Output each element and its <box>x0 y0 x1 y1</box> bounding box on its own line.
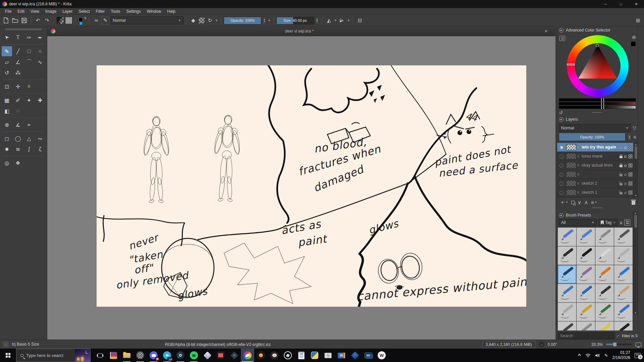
menu-edit[interactable]: Edit <box>14 8 28 14</box>
taskbar-app-telegram[interactable]: .28 <box>160 349 174 362</box>
brush-preset[interactable] <box>558 321 576 330</box>
taskbar-app-wacom[interactable]: W <box>375 349 388 362</box>
brush-preset[interactable] <box>614 265 633 284</box>
menu-image[interactable]: Image <box>42 8 59 14</box>
layer-row[interactable]: ◯ α <box>557 170 638 179</box>
bezier-curve-tool[interactable]: ⌒ <box>24 57 34 67</box>
canvas[interactable]: no blood, fractures when damaged 44 pain… <box>97 65 526 307</box>
taskbar-app-file-explorer[interactable] <box>120 349 133 362</box>
brush-preset-chooser-icon[interactable]: ≃ <box>92 16 100 24</box>
brush-preset[interactable] <box>577 303 595 321</box>
brush-preset[interactable] <box>558 228 576 246</box>
visibility-eye-icon[interactable]: ◯ <box>558 172 565 177</box>
alpha-lock-icon[interactable]: α <box>624 190 627 195</box>
brush-preset[interactable] <box>595 228 614 246</box>
reference-images-tool[interactable]: ➣ <box>24 120 34 130</box>
layer-row[interactable]: ◯ sketch 2 α <box>557 179 638 188</box>
taskbar-search-box[interactable]: ☾ <box>16 349 91 362</box>
taskbar-app-fl-studio[interactable] <box>254 349 268 362</box>
layer-name[interactable]: okay actual lines <box>582 163 618 168</box>
taskbar-app-krita-active[interactable] <box>241 349 254 362</box>
gradient-tool[interactable]: ▦ <box>2 95 12 105</box>
freehand-brush-tool[interactable]: ✎ <box>2 46 12 56</box>
inherit-alpha-icon[interactable] <box>628 172 633 177</box>
wraparound-mode-icon[interactable]: ⊟ <box>356 16 364 24</box>
selection-mode-icon[interactable]: ◌ <box>3 341 9 347</box>
magnetic-select-tool[interactable]: ζ <box>35 144 45 154</box>
last-color-swatch[interactable] <box>631 41 636 47</box>
brush-preset[interactable] <box>577 321 595 330</box>
taskbar-app-docs[interactable] <box>335 349 348 362</box>
brush-preset[interactable] <box>577 246 595 265</box>
taskbar-app-blender[interactable] <box>268 349 281 362</box>
calligraphy-tool[interactable]: ✒ <box>35 33 45 43</box>
saturation-value-triangle[interactable] <box>576 43 620 87</box>
background-color[interactable] <box>79 22 83 25</box>
new-document-icon[interactable] <box>2 16 10 24</box>
pen-settings-icon[interactable]: ✎ <box>604 353 608 358</box>
brush-preset[interactable] <box>595 321 614 330</box>
smart-patch-tool[interactable]: ✚ <box>35 95 45 105</box>
visibility-eye-icon[interactable]: ◯ <box>558 163 565 168</box>
brush-preset[interactable] <box>595 284 614 302</box>
zoom-tool[interactable]: ◎ <box>2 158 12 168</box>
tag-button[interactable]: Tag ▼ <box>598 219 618 226</box>
menu-layer[interactable]: Layer <box>59 8 75 14</box>
taskbar-app-notepad[interactable] <box>294 349 308 362</box>
bezier-select-tool[interactable]: ʃ <box>24 144 34 154</box>
brush-preset-selected[interactable] <box>558 265 576 284</box>
brush-preset[interactable] <box>558 284 576 302</box>
brush-preset[interactable] <box>577 265 595 284</box>
brush-preset[interactable] <box>614 303 633 321</box>
hamburger-menu-icon[interactable]: ≡ <box>633 134 636 140</box>
polygon-tool[interactable]: ▱ <box>2 57 12 67</box>
layer-row[interactable]: ◯ okay actual lines α <box>557 161 638 170</box>
taskbar-app-monitor[interactable]: ∿ <box>321 349 335 362</box>
pan-tool[interactable]: ❖ <box>13 158 23 168</box>
alpha-lock-icon[interactable]: α <box>624 145 627 150</box>
taskbar-app-cube[interactable] <box>348 349 362 362</box>
transform-tool[interactable]: ⊡ <box>2 81 12 92</box>
menu-window[interactable]: Window <box>144 8 164 14</box>
brush-preset[interactable] <box>614 284 633 302</box>
inherit-alpha-icon[interactable] <box>628 163 633 168</box>
tray-chevron-icon[interactable]: ^ <box>578 353 581 358</box>
move-tool[interactable]: ✛ <box>13 81 23 92</box>
component-slider-1[interactable] <box>559 98 636 102</box>
start-button[interactable] <box>0 349 16 362</box>
brush-preset[interactable] <box>558 246 576 265</box>
fill-tool[interactable]: ◧ <box>2 106 12 116</box>
document-tab-title[interactable]: deer vi wip.kra * <box>57 29 541 34</box>
menu-view[interactable]: View <box>28 8 42 14</box>
taskbar-app-vm[interactable] <box>362 349 375 362</box>
colorize-mask-tool[interactable]: ✦ <box>24 95 34 105</box>
mirror-horizontal-icon[interactable]: ◭ <box>325 16 333 24</box>
layer-name[interactable]: sketch 1 <box>582 190 618 195</box>
alpha-lock-icon[interactable]: α <box>624 181 627 186</box>
layer-blend-mode-dropdown[interactable]: Normal ▼ <box>559 124 631 132</box>
taskbar-app-audio[interactable] <box>214 349 227 362</box>
swap-colors-icon[interactable]: ⇅ <box>84 16 87 20</box>
fit-to-screen-icon[interactable] <box>636 343 641 347</box>
rectangle-tool[interactable]: □ <box>24 46 34 56</box>
task-view-button[interactable] <box>93 349 107 362</box>
polyline-tool[interactable]: ∠ <box>13 57 23 67</box>
lock-icon[interactable] <box>620 174 623 176</box>
inherit-alpha-icon[interactable] <box>628 145 633 149</box>
volume-icon[interactable] <box>595 353 600 358</box>
search-input[interactable] <box>26 353 63 358</box>
open-document-icon[interactable] <box>11 16 19 24</box>
taskbar-app-winrar[interactable] <box>107 349 120 362</box>
undo-icon[interactable]: ↶ <box>34 16 42 24</box>
brush-filter-dropdown[interactable]: All ▼ <box>559 219 597 226</box>
layer-opacity-spin[interactable]: ▲▼ <box>627 133 632 141</box>
docker-splitter-handle[interactable]: •••••• <box>557 111 638 114</box>
move-layer-down-button[interactable]: ∨ <box>578 199 581 205</box>
blend-mode-dropdown[interactable]: Normal ▼ <box>110 16 183 24</box>
size-spin-buttons[interactable]: ▲▼ <box>315 17 319 24</box>
menu-help[interactable]: Help <box>164 8 178 14</box>
layer-row[interactable]: ◉ lets try this again α <box>557 143 638 152</box>
visibility-eye-icon[interactable]: ◉ <box>558 145 565 149</box>
add-layer-button[interactable]: ＋▼ <box>560 199 568 205</box>
layer-name[interactable]: sketch 2 <box>582 181 618 186</box>
